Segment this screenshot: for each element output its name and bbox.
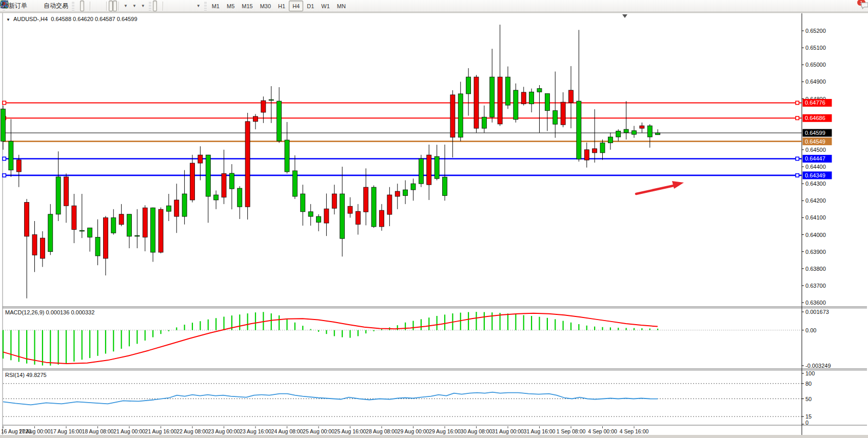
timeframe-label: W1	[319, 3, 332, 9]
candle-body	[245, 122, 250, 207]
coins-button[interactable]	[29, 1, 33, 11]
chart-canvas[interactable]: 0.652000.651000.650000.649000.648000.645…	[0, 0, 868, 438]
support-line-1-anchor[interactable]	[3, 157, 6, 160]
bar-chart-button[interactable]	[76, 1, 80, 11]
candle-body	[450, 95, 455, 137]
timeframe-m30-button[interactable]: M30	[257, 1, 274, 11]
timeframe-h4-button[interactable]: H4	[289, 1, 303, 11]
auto-scroll-button[interactable]	[109, 1, 113, 11]
profile-button[interactable]	[33, 1, 37, 11]
candlestick	[159, 208, 163, 253]
candle-body	[332, 194, 337, 208]
timeframe-w1-button[interactable]: W1	[318, 1, 333, 11]
support-line-2-anchor[interactable]	[796, 174, 799, 177]
new-order-label: 新订单	[9, 2, 27, 10]
tile-windows-button[interactable]	[101, 1, 105, 11]
support-line-1-anchor[interactable]	[796, 157, 799, 160]
periods-button[interactable]: ▼	[130, 1, 139, 11]
macd-axis-label: 0.001673	[805, 309, 829, 315]
toolbar-grip[interactable]	[72, 2, 74, 10]
text-button[interactable]: A	[186, 1, 190, 11]
rsi-axis-label: 50	[805, 396, 812, 402]
crosshair-button[interactable]	[157, 1, 161, 11]
indicators-button[interactable]: ▼	[121, 1, 130, 11]
candle-body	[458, 94, 463, 137]
resistance-line-1-anchor[interactable]	[3, 101, 6, 104]
timeframe-d1-button[interactable]: D1	[303, 1, 318, 11]
time-axis-label: 24 Aug 08:00	[271, 428, 303, 434]
rsi-axis-label: 100	[805, 370, 815, 376]
candle-body	[364, 187, 368, 212]
templates-button[interactable]: ▼	[139, 1, 147, 11]
trendline-button[interactable]	[173, 1, 177, 11]
chart-shift-button[interactable]	[113, 1, 117, 11]
line-chart-button[interactable]	[84, 1, 88, 11]
candle-body	[119, 214, 124, 225]
candle-body	[190, 163, 195, 200]
candle-body	[553, 111, 558, 125]
price-tick-label: 0.64100	[805, 214, 826, 221]
candle-body	[577, 101, 581, 159]
notifications-button[interactable]: 1	[860, 1, 864, 11]
timeframe-m15-button[interactable]: M15	[238, 1, 256, 11]
equidistant-channel-button[interactable]: E	[177, 1, 182, 11]
price-badge-label: 0.64349	[805, 172, 825, 178]
candle-body	[80, 230, 84, 231]
candlestick-chart-button[interactable]	[80, 1, 84, 11]
fibonacci-button[interactable]: F	[182, 1, 186, 11]
time-axis-label: 23 Aug 16:00	[240, 428, 271, 434]
hline-button[interactable]	[169, 1, 173, 11]
toolbar-grip[interactable]	[149, 2, 151, 10]
candle-body	[182, 194, 187, 216]
support-line-2-anchor[interactable]	[3, 174, 6, 177]
candle-body	[616, 131, 621, 137]
candle-body	[127, 214, 132, 236]
vline-button[interactable]	[165, 1, 169, 11]
candle-body	[32, 235, 37, 255]
auto-trading-button[interactable]: 自动交易	[42, 1, 70, 11]
price-badge-label: 0.64549	[805, 138, 825, 145]
price-tick-label: 0.65100	[805, 45, 826, 51]
timeframe-label: H4	[290, 3, 302, 9]
zoom-in-button[interactable]	[92, 1, 96, 11]
price-tick-label: 0.64000	[805, 232, 826, 238]
candle-body	[88, 228, 92, 237]
time-axis-label: 17 Aug 16:00	[50, 428, 82, 434]
candle-body	[16, 160, 21, 172]
toolbar-grip[interactable]	[204, 2, 207, 10]
time-axis-label: 4 Sep 16:00	[620, 428, 649, 434]
arrows-objects-button[interactable]: ▼	[194, 1, 203, 11]
zoom-out-button[interactable]	[96, 1, 101, 11]
chart-title[interactable]: ▼AUDUSD-,H4 0.64588 0.64620 0.64587 0.64…	[6, 16, 137, 22]
chart-symbol: AUDUSD-,H4	[13, 16, 48, 22]
time-axis-label: 23 Aug 00:00	[208, 428, 240, 434]
rsi-axis-label: 80	[805, 381, 812, 387]
candle-body	[600, 143, 605, 153]
resistance-line-1-anchor[interactable]	[796, 101, 799, 104]
timeframe-label: M15	[240, 3, 254, 9]
candle-body	[569, 90, 574, 103]
candle-body	[301, 194, 305, 212]
candle-body	[545, 94, 549, 111]
candlestick	[245, 113, 250, 220]
chat-icon	[860, 1, 868, 10]
text-label-button[interactable]: T	[190, 1, 194, 11]
timeframe-mn-button[interactable]: MN	[333, 1, 349, 11]
candle-body	[419, 158, 423, 184]
mt4-window: 新订单	[0, 0, 868, 438]
new-order-button[interactable]: 新订单	[7, 1, 29, 11]
signals-button[interactable]	[37, 1, 42, 11]
candle-body	[166, 206, 171, 211]
resistance-line-2-anchor[interactable]	[796, 116, 799, 120]
time-axis-label: 29 Aug 16:00	[429, 428, 461, 434]
price-tick-label: 0.63800	[805, 266, 826, 272]
candle-body	[229, 173, 234, 189]
price-tick-label: 0.63900	[805, 249, 826, 255]
timeframe-m5-button[interactable]: M5	[223, 1, 238, 11]
cursor-button[interactable]	[153, 1, 157, 11]
candle-body	[443, 177, 447, 195]
auto-trading-label: 自动交易	[44, 2, 68, 10]
timeframe-m1-button[interactable]: M1	[208, 1, 223, 11]
candle-body	[498, 77, 502, 124]
timeframe-h1-button[interactable]: H1	[274, 1, 289, 11]
